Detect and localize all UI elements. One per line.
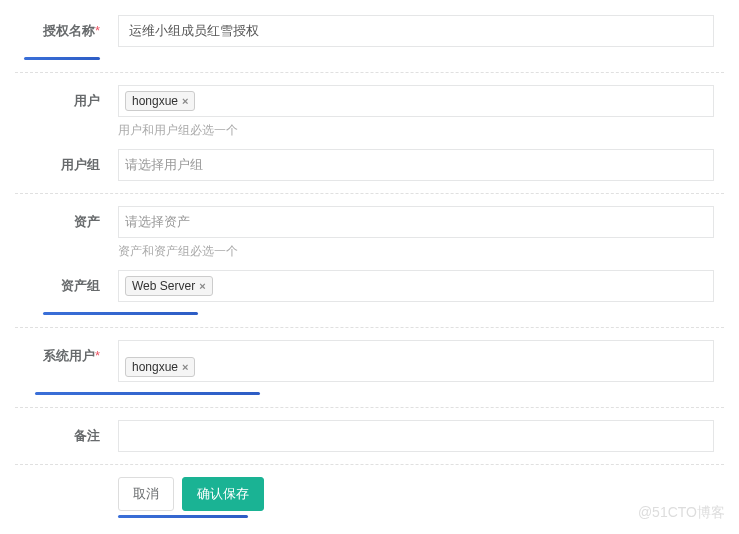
annotation-underline (118, 515, 248, 518)
remark-input[interactable] (118, 420, 714, 452)
close-icon[interactable]: × (199, 280, 205, 292)
annotation-underline (24, 57, 100, 60)
system-user-tag-input[interactable]: hongxue × (118, 340, 714, 382)
divider (15, 407, 724, 408)
system-user-label: 系统用户* (15, 340, 100, 365)
asset-group-label: 资产组 (15, 270, 100, 295)
system-user-tag[interactable]: hongxue × (125, 357, 195, 377)
user-tag-input[interactable]: hongxue × (118, 85, 714, 117)
divider (15, 193, 724, 194)
asset-group-tag[interactable]: Web Server × (125, 276, 213, 296)
auth-name-input[interactable] (118, 15, 714, 47)
divider (15, 464, 724, 465)
user-tag[interactable]: hongxue × (125, 91, 195, 111)
auth-name-label: 授权名称* (15, 15, 100, 40)
annotation-underline (35, 392, 260, 395)
save-button[interactable]: 确认保存 (182, 477, 264, 511)
asset-input[interactable]: 请选择资产 (118, 206, 714, 238)
asset-group-tag-text: Web Server (132, 279, 195, 293)
asset-label: 资产 (15, 206, 100, 231)
close-icon[interactable]: × (182, 361, 188, 373)
divider (15, 72, 724, 73)
cancel-button[interactable]: 取消 (118, 477, 174, 511)
user-group-label: 用户组 (15, 149, 100, 174)
user-label: 用户 (15, 85, 100, 110)
system-user-tag-text: hongxue (132, 360, 178, 374)
user-tag-text: hongxue (132, 94, 178, 108)
divider (15, 327, 724, 328)
close-icon[interactable]: × (182, 95, 188, 107)
asset-help-text: 资产和资产组必选一个 (118, 243, 714, 260)
asset-group-tag-input[interactable]: Web Server × (118, 270, 714, 302)
asset-placeholder: 请选择资产 (125, 213, 190, 231)
remark-label: 备注 (15, 420, 100, 445)
annotation-underline (43, 312, 198, 315)
user-group-placeholder: 请选择用户组 (125, 156, 203, 174)
user-help-text: 用户和用户组必选一个 (118, 122, 714, 139)
user-group-input[interactable]: 请选择用户组 (118, 149, 714, 181)
